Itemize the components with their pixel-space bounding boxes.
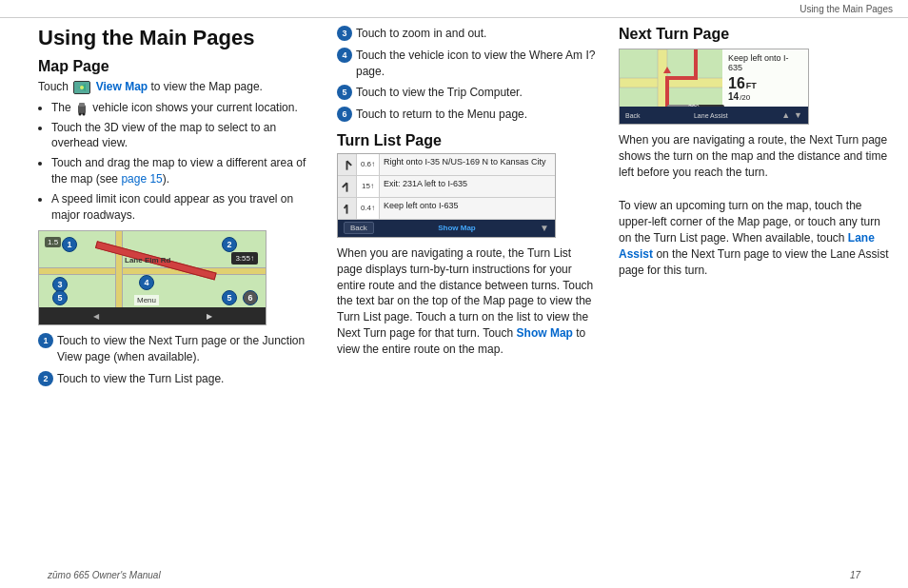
- map-bottom-bar: ◀ ▶: [39, 307, 266, 324]
- next-turn-dist-secondary: 14: [728, 91, 739, 102]
- step-1-text: Touch to view the Next Turn page or the …: [57, 333, 314, 365]
- step-1: 1 Touch to view the Next Turn page or th…: [38, 333, 314, 365]
- next-turn-instruction: Keep left onto I-635: [728, 53, 802, 72]
- view-map-icon: [73, 81, 90, 94]
- turn-dist-3: 0.4↑: [357, 198, 380, 219]
- road-label: Lane Elm Rd: [125, 256, 170, 265]
- map-num-4: 4: [139, 275, 154, 290]
- step-4: 4 Touch the vehicle icon to view the Whe…: [337, 48, 596, 80]
- next-turn-bottom-bar: Back Lane Assist ▲ ▼: [620, 107, 808, 124]
- map-num-5b: 5: [222, 290, 237, 305]
- map-num-6: 6: [243, 290, 258, 305]
- next-turn-para2: To view an upcoming turn on the map, tou…: [619, 198, 893, 278]
- map-page-intro: Touch View Map to view the Map page.: [38, 79, 314, 95]
- turn-desc-3: Keep left onto I-635: [380, 198, 555, 219]
- steps-3-6: 3 Touch to zoom in and out. 4 Touch the …: [337, 26, 596, 123]
- bullet-2: Touch the 3D view of the map to select t…: [51, 120, 314, 152]
- svg-rect-6: [79, 103, 85, 107]
- vehicle-icon: [76, 101, 88, 116]
- next-turn-lane-assist-btn[interactable]: Lane Assist: [694, 112, 728, 119]
- turn-desc-1: Right onto I-35 N/US-169 N to Kansas Cit…: [380, 154, 555, 175]
- turn-icon-1: [338, 154, 357, 175]
- step-number-4: 4: [337, 48, 352, 63]
- content-area: Using the Main Pages Map Page Touch View…: [0, 18, 908, 579]
- step-5: 5 Touch to view the Trip Computer.: [337, 85, 596, 101]
- next-turn-down-arrow[interactable]: ▼: [794, 110, 802, 120]
- map-num-2: 2: [222, 237, 237, 252]
- next-turn-dist-primary: 16: [728, 76, 745, 91]
- show-map-link[interactable]: Show Map: [517, 326, 573, 340]
- bullet-3: Touch and drag the map to view a differe…: [51, 155, 314, 187]
- manual-name: zūmo 665 Owner's Manual: [48, 570, 161, 580]
- next-turn-title: Next Turn Page: [619, 26, 893, 43]
- turn-list-back-btn[interactable]: Back: [344, 222, 374, 234]
- step-3: 3 Touch to zoom in and out.: [337, 26, 596, 42]
- step-number-1: 1: [38, 333, 53, 348]
- turn-list-down-arrow[interactable]: ▼: [540, 223, 549, 233]
- map-page-bullets: The vehicle icon shows your current loca…: [38, 100, 314, 224]
- step-number-2: 2: [38, 371, 53, 386]
- next-turn-up-arrow[interactable]: ▲: [781, 110, 790, 120]
- next-turn-dist-sec-unit: /20: [740, 93, 750, 102]
- turn-list-title: Turn List Page: [337, 132, 596, 149]
- turn-row-3: 0.4↑ Keep left onto I-635: [338, 198, 555, 220]
- next-turn-para1: When you are navigating a route, the Nex…: [619, 132, 893, 180]
- step-2: 2 Touch to view the Turn List page.: [38, 371, 314, 387]
- next-turn-diagram: Keep left onto I-635 16 FT 14 /20 300 Ba…: [619, 49, 809, 125]
- step-5-text: Touch to view the Trip Computer.: [356, 85, 596, 101]
- map-diagram: Lane Elm Rd 3:55↑ 1.5 1 2 3 4 5 Menu 5 6…: [38, 230, 266, 325]
- map-num-5a: 5: [52, 290, 68, 305]
- left-column: Using the Main Pages Map Page Touch View…: [38, 26, 314, 579]
- bullet-1: The vehicle icon shows your current loca…: [51, 100, 314, 116]
- view-map-link[interactable]: View Map: [96, 80, 148, 93]
- page-number: 17: [850, 570, 860, 580]
- page-header: Using the Main Pages: [0, 0, 908, 18]
- turn-icon-3: [338, 198, 357, 219]
- turn-icon-2: [338, 176, 357, 197]
- turn-desc-2: Exit: 231A left to I-635: [380, 176, 555, 197]
- next-turn-back-btn[interactable]: Back: [625, 112, 641, 119]
- page-footer: zūmo 665 Owner's Manual 17: [48, 570, 860, 580]
- svg-point-5: [83, 112, 86, 115]
- turn-dist-2: 15↑: [357, 176, 380, 197]
- turn-list-diagram: 0.6↑ Right onto I-35 N/US-169 N to Kansa…: [337, 153, 556, 238]
- page-15-link[interactable]: page 15: [121, 172, 162, 186]
- next-turn-dist-unit: FT: [746, 81, 757, 90]
- svg-point-4: [79, 112, 82, 115]
- main-title: Using the Main Pages: [38, 26, 314, 50]
- right-column: Next Turn Page Keep left onto I-635 16 F…: [611, 26, 893, 579]
- turn-list-bottom-bar: Back Show Map ▼: [338, 220, 555, 237]
- turn-row-2: 15↑ Exit: 231A left to I-635: [338, 176, 555, 198]
- step-4-text: Touch the vehicle icon to view the Where…: [356, 48, 596, 80]
- map-page-title: Map Page: [38, 58, 314, 75]
- step-number-5: 5: [337, 85, 352, 100]
- turn-list-body: When you are navigating a route, the Tur…: [337, 245, 596, 358]
- step-number-6: 6: [337, 107, 352, 122]
- step-6-text: Touch to return to the Menu page.: [356, 107, 596, 123]
- header-title: Using the Main Pages: [799, 4, 893, 14]
- step-number-3: 3: [337, 26, 352, 41]
- turn-list-show-map-btn[interactable]: Show Map: [438, 224, 476, 232]
- step-6: 6 Touch to return to the Menu page.: [337, 107, 596, 123]
- step-2-text: Touch to view the Turn List page.: [57, 371, 314, 387]
- map-num-1: 1: [62, 237, 77, 252]
- bullet-4: A speed limit icon could appear as you t…: [51, 191, 314, 224]
- svg-point-2: [80, 86, 84, 89]
- middle-column: 3 Touch to zoom in and out. 4 Touch the …: [329, 26, 596, 579]
- turn-dist-1: 0.6↑: [357, 154, 380, 175]
- step-3-text: Touch to zoom in and out.: [356, 26, 596, 42]
- next-turn-arrows: ▲ ▼: [781, 110, 802, 120]
- turn-row-1: 0.6↑ Right onto I-35 N/US-169 N to Kansa…: [338, 154, 555, 176]
